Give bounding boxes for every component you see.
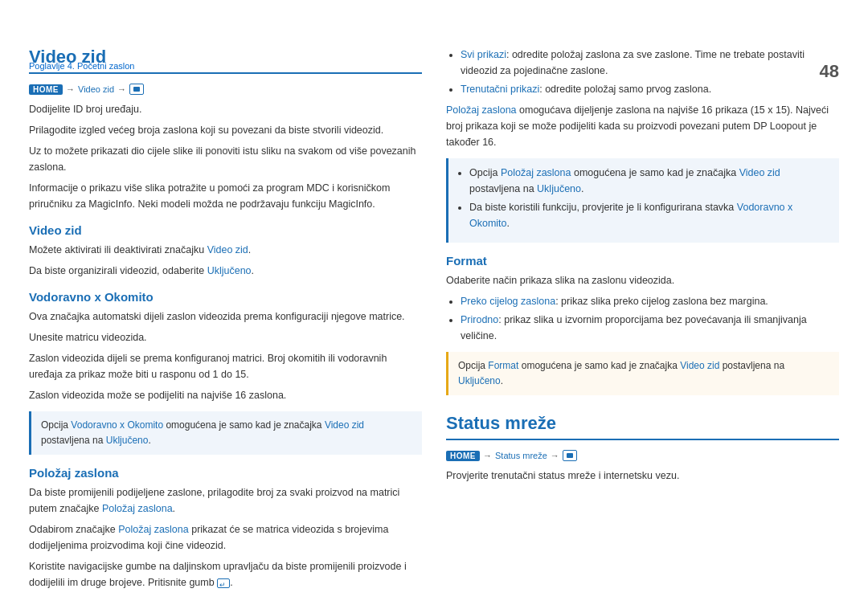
callout1-link2[interactable]: Video zid	[325, 419, 364, 431]
subsection-vodoravno-title: Vodoravno x Okomito	[29, 290, 422, 304]
nav-enter-icon	[129, 84, 144, 95]
intro-line-4: Informacije o prikazu više slika potraži…	[29, 180, 422, 212]
nav-link-status[interactable]: Status mreže	[495, 451, 547, 460]
callout-link-ukljuceno[interactable]: Uključeno	[537, 183, 581, 194]
callout-notice-item1: Opcija Položaj zaslona omogućena je samo…	[469, 165, 829, 197]
link-polozaj-2[interactable]: Položaj zaslona	[118, 524, 189, 535]
page-container: 48 Poglavlje 4. Početni zaslon Video zid…	[0, 47, 868, 613]
intro-line-3: Uz to možete prikazati dio cijele slike …	[29, 143, 422, 175]
callout-format-link1[interactable]: Format	[488, 360, 518, 371]
polozaj-line1: Da biste promijenili podijeljene zaslone…	[29, 484, 422, 517]
link-ukljuceno-1[interactable]: Uključeno	[207, 265, 252, 276]
top-bullet-list: Svi prikazi: odredite položaj zaslona za…	[446, 47, 839, 97]
link-preko-cijelog[interactable]: Preko cijelog zaslona	[461, 296, 555, 307]
subsection-polozaj-title: Položaj zaslona	[29, 466, 422, 480]
callout-format-link2[interactable]: Video zid	[680, 360, 719, 371]
status-mreze-title: Status mreže	[446, 413, 839, 434]
link-videozid-1[interactable]: Video zid	[207, 244, 248, 255]
home-badge: HOME	[29, 84, 63, 95]
callout1-link3[interactable]: Uključeno	[106, 435, 149, 446]
right-intro-paragraph: Položaj zaslona omogućava dijeljenje zas…	[446, 102, 839, 150]
link-prirodno[interactable]: Prirodno	[461, 314, 498, 325]
callout-link-vodoravno[interactable]: Vodoravno x Okomito	[469, 202, 792, 229]
callout-notice-list: Opcija Položaj zaslona omogućena je samo…	[458, 165, 829, 231]
format-bullet-1: Preko cijelog zaslona: prikaz slika prek…	[461, 293, 839, 309]
callout-format-link3[interactable]: Uključeno	[458, 375, 501, 386]
vodoravno-line4: Zaslon videozida može se podijeliti na n…	[29, 387, 422, 403]
format-title: Format	[446, 254, 839, 268]
link-trenutacni-prikazi[interactable]: Trenutačni prikazi	[461, 84, 539, 95]
status-nav-breadcrumb: HOME → Status mreže →	[446, 450, 839, 461]
callout-link-polozaj[interactable]: Položaj zaslona	[501, 167, 571, 178]
callout1-link1[interactable]: Vodoravno x Okomito	[71, 419, 163, 431]
left-column: Video zid HOME → Video zid → Dodijelite …	[29, 47, 422, 595]
nav-link-videozid[interactable]: Video zid	[78, 84, 114, 94]
callout-format: Opcija Format omogućena je samo kad je z…	[446, 352, 839, 395]
page-number: 48	[820, 61, 839, 82]
enter-icon-inline	[217, 578, 230, 588]
left-nav-breadcrumb: HOME → Video zid →	[29, 84, 422, 95]
vodoravno-line3: Zaslon videozida dijeli se prema konfigu…	[29, 350, 422, 382]
intro-line-2: Prilagodite izgled većeg broja zaslona k…	[29, 122, 422, 138]
arrow1-status: →	[483, 451, 492, 460]
arrow1-left: →	[66, 84, 75, 94]
subsection1-line2: Da biste organizirali videozid, odaberit…	[29, 263, 422, 279]
format-intro: Odaberite način prikaza slika na zaslonu…	[446, 272, 839, 288]
format-bullet-2: Prirodno: prikaz slika u izvornim propor…	[461, 312, 839, 344]
callout-link-videozid[interactable]: Video zid	[739, 167, 780, 178]
section-divider-left	[29, 72, 422, 74]
breadcrumb: Poglavlje 4. Početni zaslon	[29, 61, 134, 71]
callout-notice-item2: Da biste koristili funkciju, provjerite …	[469, 199, 829, 231]
callout-vodoravno: Opcija Vodoravno x Okomito omogućena je …	[29, 411, 422, 455]
arrow2-status: →	[551, 451, 559, 460]
link-svi-prikazi[interactable]: Svi prikazi	[461, 49, 506, 60]
subsection-videozid-title: Video zid	[29, 223, 422, 237]
polozaj-line3: Koristite navigacijske gumbe na daljinsk…	[29, 558, 422, 591]
vodoravno-line2: Unesite matricu videozida.	[29, 329, 422, 345]
callout-polozaj: Opcija Položaj zaslona omogućena je samo…	[446, 158, 839, 243]
bullet-svi-prikazi: Svi prikazi: odredite položaj zaslona za…	[461, 47, 839, 79]
status-text: Provjerite trenutačni status mreže i int…	[446, 468, 839, 484]
bullet-trenutacni-prikazi: Trenutačni prikazi: odredite položaj sam…	[461, 81, 839, 97]
link-polozaj-1[interactable]: Položaj zaslona	[102, 503, 173, 514]
home-badge-status: HOME	[446, 451, 480, 461]
right-column: Svi prikazi: odredite položaj zaslona za…	[446, 47, 839, 595]
nav-enter-icon-status	[563, 450, 577, 461]
arrow2-left: →	[117, 84, 126, 94]
vodoravno-line1: Ova značajka automatski dijeli zaslon vi…	[29, 309, 422, 325]
section-divider-status	[446, 439, 839, 440]
link-polozaj-3[interactable]: Položaj zaslona	[446, 104, 517, 116]
intro-line-1: Dodijelite ID broj uređaju.	[29, 101, 422, 117]
polozaj-line2: Odabirom značajke Položaj zaslona prikaz…	[29, 521, 422, 554]
format-bullet-list: Preko cijelog zaslona: prikaz slika prek…	[446, 293, 839, 344]
subsection1-line1: Možete aktivirati ili deaktivirati znača…	[29, 242, 422, 258]
